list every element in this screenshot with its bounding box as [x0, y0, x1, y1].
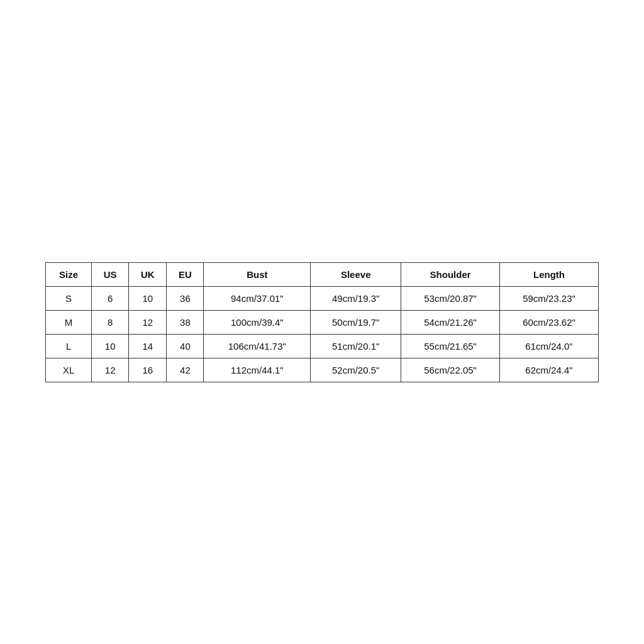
cell-shoulder: 54cm/21.26": [401, 310, 500, 334]
cell-bust: 112cm/44.1": [204, 358, 311, 382]
table-row: M81238100cm/39.4"50cm/19.7"54cm/21.26"60…: [46, 310, 599, 334]
col-header-length: Length: [500, 262, 599, 286]
cell-shoulder: 53cm/20.87": [401, 286, 500, 310]
cell-eu: 42: [167, 358, 204, 382]
cell-bust: 106cm/41.73": [204, 334, 311, 358]
cell-sleeve: 51cm/20.1": [311, 334, 401, 358]
cell-us: 8: [92, 310, 129, 334]
col-header-us: US: [92, 262, 129, 286]
cell-size: S: [46, 286, 92, 310]
cell-eu: 38: [167, 310, 204, 334]
size-chart-container: Size US UK EU Bust Sleeve Shoulder Lengt…: [45, 262, 599, 382]
cell-uk: 16: [129, 358, 167, 382]
cell-length: 59cm/23.23": [500, 286, 599, 310]
col-header-eu: EU: [167, 262, 204, 286]
table-header-row: Size US UK EU Bust Sleeve Shoulder Lengt…: [46, 262, 599, 286]
cell-us: 12: [92, 358, 129, 382]
col-header-shoulder: Shoulder: [401, 262, 500, 286]
cell-shoulder: 56cm/22.05": [401, 358, 500, 382]
cell-uk: 14: [129, 334, 167, 358]
cell-us: 6: [92, 286, 129, 310]
cell-length: 60cm/23.62": [500, 310, 599, 334]
table-row: XL121642112cm/44.1"52cm/20.5"56cm/22.05"…: [46, 358, 599, 382]
cell-eu: 36: [167, 286, 204, 310]
col-header-size: Size: [46, 262, 92, 286]
table-row: L101440106cm/41.73"51cm/20.1"55cm/21.65"…: [46, 334, 599, 358]
cell-sleeve: 49cm/19.3": [311, 286, 401, 310]
col-header-bust: Bust: [204, 262, 311, 286]
cell-bust: 100cm/39.4": [204, 310, 311, 334]
cell-length: 62cm/24.4": [500, 358, 599, 382]
cell-shoulder: 55cm/21.65": [401, 334, 500, 358]
cell-eu: 40: [167, 334, 204, 358]
table-row: S6103694cm/37.01"49cm/19.3"53cm/20.87"59…: [46, 286, 599, 310]
col-header-sleeve: Sleeve: [311, 262, 401, 286]
size-chart-table: Size US UK EU Bust Sleeve Shoulder Lengt…: [45, 262, 599, 382]
cell-sleeve: 52cm/20.5": [311, 358, 401, 382]
cell-us: 10: [92, 334, 129, 358]
cell-size: XL: [46, 358, 92, 382]
cell-size: L: [46, 334, 92, 358]
cell-length: 61cm/24.0": [500, 334, 599, 358]
cell-uk: 10: [129, 286, 167, 310]
cell-sleeve: 50cm/19.7": [311, 310, 401, 334]
cell-bust: 94cm/37.01": [204, 286, 311, 310]
cell-uk: 12: [129, 310, 167, 334]
col-header-uk: UK: [129, 262, 167, 286]
cell-size: M: [46, 310, 92, 334]
